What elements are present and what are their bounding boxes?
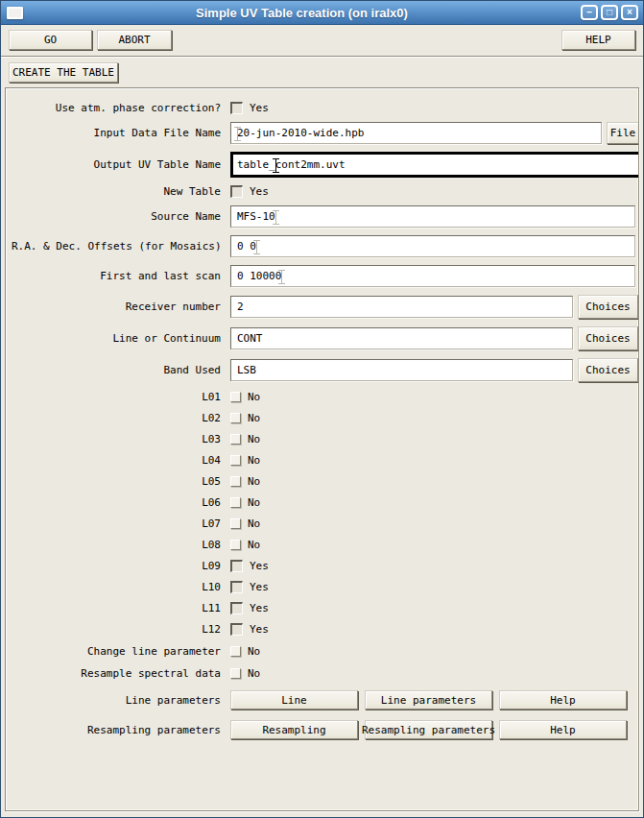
checkbox-use-atm-phase-correction[interactable] bbox=[230, 102, 243, 114]
form-row-l03: L03No bbox=[12, 433, 632, 445]
line-button[interactable]: Line bbox=[230, 690, 358, 710]
field-label-resampling-parameters: Resampling parameters bbox=[12, 724, 221, 736]
band-used-input[interactable]: LSB bbox=[230, 359, 573, 381]
choices-button-receiver-number[interactable]: Choices bbox=[578, 295, 638, 319]
form-panel: Use atm. phase correction?YesInput Data … bbox=[5, 87, 639, 811]
minimize-button[interactable]: – bbox=[581, 5, 598, 20]
form-row-line-or-continuum: Line or ContinuumCONTChoices bbox=[12, 326, 632, 350]
choices-button-band-used[interactable]: Choices bbox=[578, 358, 638, 382]
form-row-input-data-file-name: Input Data File Name20-jun-2010-wide.hpb… bbox=[12, 122, 632, 144]
field-label-r-a-dec-offsets-for-mosaics: R.A. & Dec. Offsets (for Mosaics) bbox=[12, 240, 221, 253]
app-window: Simple UV Table creation (on iralx0) – □… bbox=[0, 0, 644, 818]
form-row-l02: L02No bbox=[12, 412, 632, 424]
field-label-l03: L03 bbox=[12, 433, 221, 445]
field-label-l05: L05 bbox=[12, 475, 221, 488]
checkbox-new-table[interactable] bbox=[230, 185, 243, 198]
resampling-parameters-button[interactable]: Resampling parameters bbox=[365, 720, 492, 739]
input-data-file-name-input[interactable]: 20-jun-2010-wide.hpb bbox=[230, 122, 602, 144]
checkbox-l05[interactable] bbox=[230, 476, 241, 487]
field-label-l04: L04 bbox=[12, 454, 221, 467]
form-row-line-parameters: Line parametersLineLine parametersHelp bbox=[12, 690, 632, 710]
field-value: 2 bbox=[237, 301, 244, 313]
form-row-use-atm-phase-correction: Use atm. phase correction?Yes bbox=[12, 102, 632, 114]
field-label-l07: L07 bbox=[12, 517, 221, 530]
field-label-receiver-number: Receiver number bbox=[12, 301, 221, 313]
form-row-first-and-last-scan: First and last scan0 10000 bbox=[12, 265, 632, 287]
window-menu-icon[interactable] bbox=[7, 7, 23, 19]
checkbox-state-label: Yes bbox=[250, 102, 269, 114]
field-label-first-and-last-scan: First and last scan bbox=[12, 270, 221, 282]
field-label-l06: L06 bbox=[12, 496, 221, 509]
checkbox-state-label: No bbox=[248, 475, 260, 488]
field-label-l11: L11 bbox=[12, 602, 221, 614]
field-value: CONT bbox=[237, 332, 263, 345]
checkbox-l03[interactable] bbox=[230, 434, 241, 445]
checkbox-state-label: Yes bbox=[250, 623, 269, 636]
r-a-dec-offsets-for-mosaics-input[interactable]: 0 0 bbox=[230, 235, 635, 257]
checkbox-l06[interactable] bbox=[230, 497, 241, 508]
form-row-r-a-dec-offsets-for-mosaics: R.A. & Dec. Offsets (for Mosaics)0 0 bbox=[12, 235, 632, 257]
abort-button[interactable]: ABORT bbox=[97, 30, 172, 50]
field-label-use-atm-phase-correction: Use atm. phase correction? bbox=[12, 102, 221, 114]
output-uv-table-name-input[interactable]: table_cont2mm.uvt bbox=[230, 152, 639, 178]
checkbox-state-label: No bbox=[248, 645, 260, 658]
field-label-source-name: Source Name bbox=[12, 210, 221, 223]
field-value: 0 10000 bbox=[237, 270, 281, 282]
field-label-l08: L08 bbox=[12, 539, 221, 551]
first-and-last-scan-input[interactable]: 0 10000 bbox=[230, 265, 635, 287]
window-title: Simple UV Table creation (on iralx0) bbox=[23, 6, 581, 20]
choices-button-line-or-continuum[interactable]: Choices bbox=[578, 326, 638, 350]
field-value: 20-jun-2010-wide.hpb bbox=[237, 127, 364, 139]
checkbox-state-label: No bbox=[248, 433, 260, 445]
checkbox-l08[interactable] bbox=[230, 540, 241, 550]
form-row-change-line-parameter: Change line parameterNo bbox=[12, 645, 632, 658]
field-value: LSB bbox=[237, 364, 256, 376]
field-value: MFS-10 bbox=[237, 210, 275, 223]
checkbox-state-label: No bbox=[248, 517, 260, 530]
checkbox-l02[interactable] bbox=[230, 413, 241, 423]
checkbox-l09[interactable] bbox=[230, 560, 243, 572]
checkbox-l10[interactable] bbox=[230, 581, 243, 593]
form-row-l10: L10Yes bbox=[12, 581, 632, 593]
titlebar[interactable]: Simple UV Table creation (on iralx0) – □… bbox=[1, 1, 643, 25]
checkbox-l04[interactable] bbox=[230, 455, 241, 466]
go-button[interactable]: GO bbox=[9, 30, 92, 50]
checkbox-state-label: Yes bbox=[250, 581, 269, 593]
checkbox-state-label: Yes bbox=[250, 602, 269, 614]
receiver-number-input[interactable]: 2 bbox=[230, 296, 573, 318]
field-label-l01: L01 bbox=[12, 391, 221, 403]
create-table-button[interactable]: CREATE THE TABLE bbox=[9, 62, 118, 83]
checkbox-state-label: No bbox=[248, 496, 260, 509]
help-button[interactable]: HELP bbox=[561, 30, 635, 50]
help-button[interactable]: Help bbox=[499, 690, 627, 710]
field-label-line-parameters: Line parameters bbox=[12, 694, 221, 707]
form-row-output-uv-table-name: Output UV Table Nametable_cont2mm.uvt bbox=[12, 152, 632, 178]
checkbox-resample-spectral-data[interactable] bbox=[230, 668, 241, 679]
file-button-input-data-file-name[interactable]: File bbox=[607, 122, 639, 144]
checkbox-l01[interactable] bbox=[230, 392, 241, 402]
form-row-new-table: New TableYes bbox=[12, 185, 632, 198]
close-button[interactable]: × bbox=[621, 5, 638, 20]
maximize-button[interactable]: □ bbox=[601, 5, 618, 20]
toolbar: GO ABORT HELP bbox=[1, 25, 643, 56]
field-label-l09: L09 bbox=[12, 560, 221, 572]
form-row-resample-spectral-data: Resample spectral dataNo bbox=[12, 667, 632, 680]
form-row-resampling-parameters: Resampling parametersResamplingResamplin… bbox=[12, 720, 632, 739]
help-button[interactable]: Help bbox=[499, 720, 627, 739]
field-value: table_cont2mm.uvt bbox=[237, 158, 346, 171]
source-name-input[interactable]: MFS-10 bbox=[230, 205, 635, 228]
resampling-button[interactable]: Resampling bbox=[230, 720, 358, 739]
checkbox-change-line-parameter[interactable] bbox=[230, 646, 241, 657]
checkbox-state-label: Yes bbox=[250, 185, 269, 198]
checkbox-l12[interactable] bbox=[230, 623, 243, 636]
form-row-band-used: Band UsedLSBChoices bbox=[12, 358, 632, 382]
form-row-l08: L08No bbox=[12, 539, 632, 551]
checkbox-state-label: No bbox=[248, 391, 260, 403]
line-parameters-button[interactable]: Line parameters bbox=[365, 690, 492, 710]
form-row-l04: L04No bbox=[12, 454, 632, 467]
checkbox-l07[interactable] bbox=[230, 518, 241, 529]
line-or-continuum-input[interactable]: CONT bbox=[230, 327, 573, 349]
checkbox-l11[interactable] bbox=[230, 602, 243, 614]
action-bar: CREATE THE TABLE bbox=[1, 57, 643, 87]
field-label-resample-spectral-data: Resample spectral data bbox=[12, 667, 221, 680]
